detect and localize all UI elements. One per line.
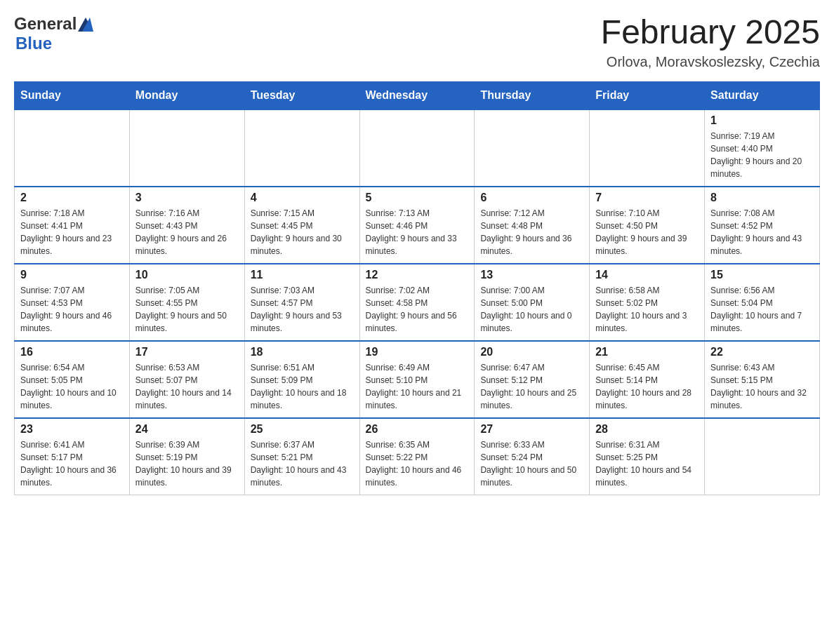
calendar-cell: 23Sunrise: 6:41 AMSunset: 5:17 PMDayligh…	[15, 418, 130, 495]
calendar-cell	[705, 418, 820, 495]
week-row-2: 2Sunrise: 7:18 AMSunset: 4:41 PMDaylight…	[15, 187, 820, 264]
day-info: Sunrise: 7:18 AMSunset: 4:41 PMDaylight:…	[20, 207, 124, 257]
day-number: 12	[366, 269, 469, 281]
day-number: 7	[595, 192, 699, 204]
day-info: Sunrise: 6:35 AMSunset: 5:22 PMDaylight:…	[366, 438, 469, 489]
calendar-cell	[15, 109, 130, 187]
calendar-cell: 1Sunrise: 7:19 AMSunset: 4:40 PMDaylight…	[705, 109, 820, 187]
calendar-header-row: SundayMondayTuesdayWednesdayThursdayFrid…	[15, 81, 820, 109]
day-info: Sunrise: 6:45 AMSunset: 5:14 PMDaylight:…	[595, 361, 699, 412]
calendar-cell: 11Sunrise: 7:03 AMSunset: 4:57 PMDayligh…	[244, 264, 359, 341]
day-info: Sunrise: 7:10 AMSunset: 4:50 PMDaylight:…	[595, 207, 699, 257]
calendar-cell: 5Sunrise: 7:13 AMSunset: 4:46 PMDaylight…	[359, 187, 475, 264]
day-number: 8	[710, 192, 814, 204]
day-number: 18	[251, 346, 354, 358]
day-info: Sunrise: 6:41 AMSunset: 5:17 PMDaylight:…	[20, 438, 124, 489]
day-number: 6	[480, 192, 583, 204]
day-info: Sunrise: 7:00 AMSunset: 5:00 PMDaylight:…	[480, 284, 583, 335]
day-number: 3	[135, 192, 239, 204]
day-info: Sunrise: 6:37 AMSunset: 5:21 PMDaylight:…	[251, 438, 354, 489]
day-number: 22	[710, 346, 814, 358]
month-title: February 2025	[601, 14, 820, 51]
day-info: Sunrise: 6:33 AMSunset: 5:24 PMDaylight:…	[480, 438, 583, 489]
logo: General Blue	[14, 14, 95, 53]
day-number: 25	[251, 423, 354, 436]
day-number: 11	[251, 269, 354, 281]
calendar-cell: 24Sunrise: 6:39 AMSunset: 5:19 PMDayligh…	[129, 418, 244, 495]
day-number: 4	[251, 192, 354, 204]
header-saturday: Saturday	[705, 81, 820, 109]
calendar-cell: 3Sunrise: 7:16 AMSunset: 4:43 PMDaylight…	[129, 187, 244, 264]
day-info: Sunrise: 6:56 AMSunset: 5:04 PMDaylight:…	[710, 284, 814, 335]
day-info: Sunrise: 6:31 AMSunset: 5:25 PMDaylight:…	[595, 438, 699, 489]
header-thursday: Thursday	[475, 81, 590, 109]
day-info: Sunrise: 7:03 AMSunset: 4:57 PMDaylight:…	[251, 284, 354, 335]
logo-general-text: General	[14, 14, 77, 34]
calendar-cell: 28Sunrise: 6:31 AMSunset: 5:25 PMDayligh…	[590, 418, 705, 495]
header-sunday: Sunday	[15, 81, 130, 109]
calendar-cell	[475, 109, 590, 187]
calendar-cell: 12Sunrise: 7:02 AMSunset: 4:58 PMDayligh…	[359, 264, 475, 341]
day-info: Sunrise: 7:19 AMSunset: 4:40 PMDaylight:…	[710, 130, 814, 180]
day-number: 5	[366, 192, 469, 204]
header-monday: Monday	[129, 81, 244, 109]
calendar-cell: 27Sunrise: 6:33 AMSunset: 5:24 PMDayligh…	[475, 418, 590, 495]
calendar-cell: 2Sunrise: 7:18 AMSunset: 4:41 PMDaylight…	[15, 187, 130, 264]
calendar-cell: 10Sunrise: 7:05 AMSunset: 4:55 PMDayligh…	[129, 264, 244, 341]
calendar-cell	[244, 109, 359, 187]
calendar-cell: 7Sunrise: 7:10 AMSunset: 4:50 PMDaylight…	[590, 187, 705, 264]
day-info: Sunrise: 6:49 AMSunset: 5:10 PMDaylight:…	[366, 361, 469, 412]
day-info: Sunrise: 7:13 AMSunset: 4:46 PMDaylight:…	[366, 207, 469, 257]
logo-blue-text: Blue	[15, 34, 52, 53]
day-number: 15	[710, 269, 814, 281]
day-number: 26	[366, 423, 469, 436]
day-info: Sunrise: 6:43 AMSunset: 5:15 PMDaylight:…	[710, 361, 814, 412]
day-info: Sunrise: 7:02 AMSunset: 4:58 PMDaylight:…	[366, 284, 469, 335]
calendar-cell: 15Sunrise: 6:56 AMSunset: 5:04 PMDayligh…	[705, 264, 820, 341]
day-number: 24	[135, 423, 239, 436]
day-number: 16	[20, 346, 124, 358]
calendar-cell: 22Sunrise: 6:43 AMSunset: 5:15 PMDayligh…	[705, 341, 820, 418]
title-section: February 2025 Orlova, Moravskoslezsky, C…	[601, 14, 820, 70]
day-number: 1	[710, 114, 814, 127]
calendar-table: SundayMondayTuesdayWednesdayThursdayFrid…	[14, 81, 820, 496]
calendar-cell: 6Sunrise: 7:12 AMSunset: 4:48 PMDaylight…	[475, 187, 590, 264]
calendar-cell: 14Sunrise: 6:58 AMSunset: 5:02 PMDayligh…	[590, 264, 705, 341]
calendar-cell: 4Sunrise: 7:15 AMSunset: 4:45 PMDaylight…	[244, 187, 359, 264]
calendar-cell	[359, 109, 475, 187]
calendar-cell: 25Sunrise: 6:37 AMSunset: 5:21 PMDayligh…	[244, 418, 359, 495]
day-number: 13	[480, 269, 583, 281]
day-info: Sunrise: 6:54 AMSunset: 5:05 PMDaylight:…	[20, 361, 124, 412]
header-tuesday: Tuesday	[244, 81, 359, 109]
day-number: 20	[480, 346, 583, 358]
day-number: 27	[480, 423, 583, 436]
day-info: Sunrise: 6:47 AMSunset: 5:12 PMDaylight:…	[480, 361, 583, 412]
calendar-cell: 19Sunrise: 6:49 AMSunset: 5:10 PMDayligh…	[359, 341, 475, 418]
calendar-cell: 18Sunrise: 6:51 AMSunset: 5:09 PMDayligh…	[244, 341, 359, 418]
logo-triangle-icon	[78, 16, 93, 32]
calendar-cell	[590, 109, 705, 187]
calendar-cell: 21Sunrise: 6:45 AMSunset: 5:14 PMDayligh…	[590, 341, 705, 418]
day-number: 17	[135, 346, 239, 358]
day-info: Sunrise: 6:53 AMSunset: 5:07 PMDaylight:…	[135, 361, 239, 412]
day-number: 14	[595, 269, 699, 281]
day-number: 21	[595, 346, 699, 358]
day-number: 2	[20, 192, 124, 204]
calendar-cell: 16Sunrise: 6:54 AMSunset: 5:05 PMDayligh…	[15, 341, 130, 418]
calendar-cell: 26Sunrise: 6:35 AMSunset: 5:22 PMDayligh…	[359, 418, 475, 495]
day-info: Sunrise: 7:16 AMSunset: 4:43 PMDaylight:…	[135, 207, 239, 257]
header-wednesday: Wednesday	[359, 81, 475, 109]
location: Orlova, Moravskoslezsky, Czechia	[601, 54, 820, 70]
day-number: 9	[20, 269, 124, 281]
day-number: 23	[20, 423, 124, 436]
week-row-1: 1Sunrise: 7:19 AMSunset: 4:40 PMDaylight…	[15, 109, 820, 187]
page-header: General Blue February 2025 Orlova, Morav…	[14, 14, 820, 70]
calendar-cell: 9Sunrise: 7:07 AMSunset: 4:53 PMDaylight…	[15, 264, 130, 341]
calendar-cell: 13Sunrise: 7:00 AMSunset: 5:00 PMDayligh…	[475, 264, 590, 341]
day-info: Sunrise: 7:05 AMSunset: 4:55 PMDaylight:…	[135, 284, 239, 335]
calendar-cell: 20Sunrise: 6:47 AMSunset: 5:12 PMDayligh…	[475, 341, 590, 418]
day-info: Sunrise: 7:12 AMSunset: 4:48 PMDaylight:…	[480, 207, 583, 257]
week-row-4: 16Sunrise: 6:54 AMSunset: 5:05 PMDayligh…	[15, 341, 820, 418]
week-row-5: 23Sunrise: 6:41 AMSunset: 5:17 PMDayligh…	[15, 418, 820, 495]
calendar-cell	[129, 109, 244, 187]
